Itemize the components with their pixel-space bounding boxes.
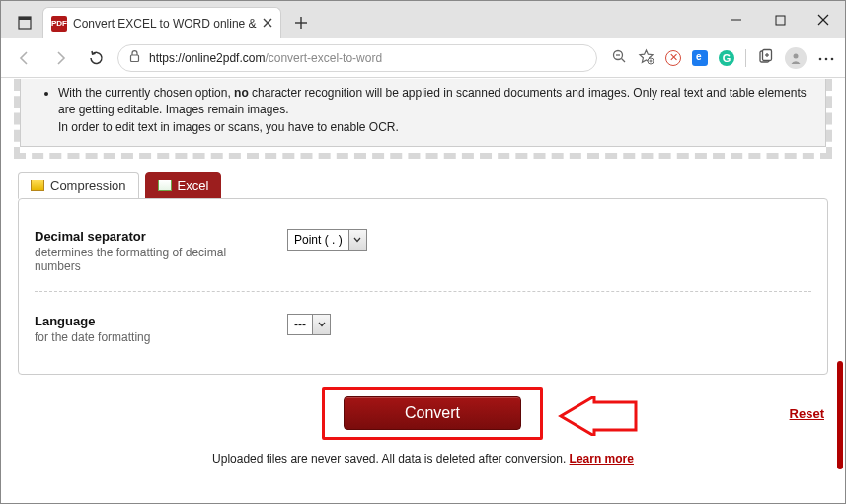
- footer-text: Uploaded files are never saved. All data…: [212, 452, 570, 466]
- tab-compression-label: Compression: [50, 179, 126, 193]
- tab-excel-label: Excel: [178, 179, 209, 193]
- excel-options-panel: Decimal separator determines the formatt…: [18, 198, 828, 375]
- language-subtitle: for the date formatting: [35, 330, 268, 344]
- url-prefix: https://: [149, 51, 185, 65]
- notice-line-1: With the currently chosen option, no cha…: [58, 85, 811, 136]
- profile-avatar[interactable]: [785, 47, 807, 69]
- address-bar[interactable]: https://online2pdf.com/convert-excel-to-…: [117, 44, 597, 72]
- excel-icon: [158, 180, 172, 191]
- svg-point-23: [825, 57, 828, 60]
- svg-rect-1: [19, 17, 31, 20]
- forward-button[interactable]: [46, 44, 74, 72]
- extension-icon-1[interactable]: ✕: [665, 50, 681, 66]
- convert-button[interactable]: Convert: [344, 396, 521, 430]
- footer-note: Uploaded files are never saved. All data…: [14, 452, 832, 466]
- tab-strip-home-icon[interactable]: [7, 7, 42, 38]
- svg-line-12: [622, 59, 626, 63]
- window-titlebar: PDF Convert EXCEL to WORD online &: [1, 1, 845, 38]
- decimal-separator-select[interactable]: Point ( . ): [287, 229, 367, 251]
- decimal-separator-title: Decimal separator: [35, 229, 268, 244]
- language-select[interactable]: ---: [287, 314, 331, 335]
- reset-link[interactable]: Reset: [790, 406, 824, 421]
- chevron-down-icon[interactable]: [349, 229, 367, 251]
- compression-icon: [31, 180, 44, 191]
- learn-more-link[interactable]: Learn more: [570, 452, 634, 466]
- language-value: ---: [287, 314, 313, 335]
- page-content: With the currently chosen option, no cha…: [2, 79, 844, 502]
- svg-point-22: [819, 57, 822, 60]
- new-tab-button[interactable]: [287, 9, 315, 36]
- decimal-separator-value: Point ( . ): [287, 229, 349, 251]
- svg-point-24: [831, 57, 834, 60]
- svg-rect-7: [776, 16, 785, 25]
- language-title: Language: [35, 314, 268, 328]
- close-tab-icon[interactable]: [263, 17, 272, 31]
- decimal-separator-subtitle: determines the formatting of decimal num…: [35, 246, 268, 273]
- options-tabstrip: Compression Excel: [18, 171, 832, 198]
- callout-highlight: Convert: [322, 387, 543, 440]
- reload-button[interactable]: [82, 44, 110, 72]
- upload-dropzone-border: With the currently chosen option, no cha…: [14, 79, 832, 159]
- tab-compression[interactable]: Compression: [18, 172, 139, 199]
- svg-rect-10: [131, 55, 139, 62]
- setting-decimal-separator: Decimal separator determines the formatt…: [35, 217, 811, 285]
- svg-point-21: [794, 53, 799, 58]
- setting-language: Language for the date formatting ---: [35, 291, 811, 356]
- window-close-button[interactable]: [802, 1, 845, 38]
- url-path: /convert-excel-to-word: [265, 51, 382, 65]
- tab-favicon: PDF: [51, 16, 67, 32]
- zoom-icon[interactable]: [611, 48, 627, 67]
- collections-icon[interactable]: [757, 48, 774, 68]
- info-notice: With the currently chosen option, no cha…: [20, 79, 826, 147]
- toolbar: https://online2pdf.com/convert-excel-to-…: [1, 38, 845, 78]
- tab-title: Convert EXCEL to WORD online &: [73, 17, 257, 31]
- window-minimize-button[interactable]: [715, 1, 758, 38]
- chevron-down-icon[interactable]: [313, 314, 331, 335]
- tab-excel[interactable]: Excel: [145, 172, 222, 199]
- extension-icon-2[interactable]: [692, 50, 708, 66]
- favorites-icon[interactable]: [638, 48, 654, 68]
- back-button[interactable]: [11, 44, 38, 72]
- toolbar-separator: [745, 49, 746, 67]
- window-maximize-button[interactable]: [758, 1, 802, 38]
- lock-icon: [128, 49, 141, 66]
- browser-tab[interactable]: PDF Convert EXCEL to WORD online &: [42, 7, 281, 38]
- arrow-callout-icon: [555, 396, 640, 439]
- scrollbar-thumb[interactable]: [837, 361, 843, 469]
- more-menu-icon[interactable]: [817, 51, 835, 65]
- extension-icon-3[interactable]: G: [719, 50, 734, 66]
- url-host: online2pdf.com: [185, 51, 265, 65]
- actions-row: Convert Reset: [14, 387, 832, 446]
